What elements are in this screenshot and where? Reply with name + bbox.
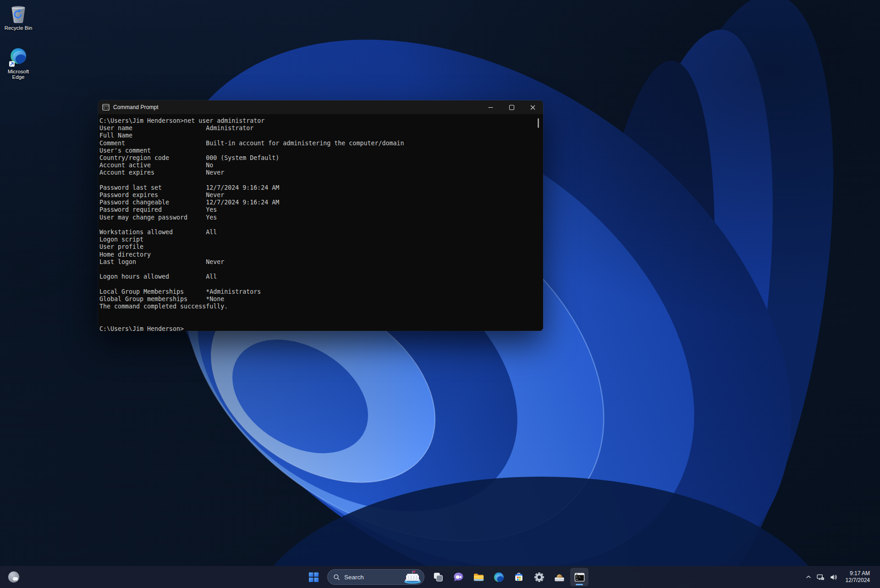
terminal-icon: C:\ xyxy=(574,572,585,583)
command-prompt-window: C:\ Command Prompt C:\Users\Jim Henderso… xyxy=(98,100,543,331)
desktop-icon-recycle-bin[interactable]: Recycle Bin xyxy=(1,4,36,31)
clock-date: 12/7/2024 xyxy=(846,577,870,584)
recycle-bin-icon xyxy=(1,4,36,24)
folder-icon xyxy=(473,572,484,583)
active-app-indicator xyxy=(576,584,583,585)
console-area[interactable]: C:\Users\Jim Henderson>net user administ… xyxy=(98,114,543,331)
task-view-icon xyxy=(433,572,444,583)
edge-icon xyxy=(493,572,505,583)
store-button[interactable] xyxy=(510,568,528,586)
file-explorer-button[interactable] xyxy=(469,568,488,586)
windows-logo-icon xyxy=(308,572,319,583)
taskbar: Search xyxy=(0,566,880,588)
desktop-icon-label: Microsoft Edge xyxy=(4,69,33,80)
clock[interactable]: 9:17 AM 12/7/2024 xyxy=(844,568,872,586)
gear-icon xyxy=(534,572,545,583)
svg-text:C:\: C:\ xyxy=(104,107,108,110)
edge-button[interactable] xyxy=(490,568,508,586)
minimize-icon xyxy=(488,105,493,110)
tools-button[interactable] xyxy=(550,568,568,586)
edge-icon xyxy=(1,47,36,67)
volume-button[interactable] xyxy=(827,568,840,586)
task-view-button[interactable] xyxy=(429,568,447,586)
shortcut-arrow-icon xyxy=(9,61,15,67)
console-output[interactable]: C:\Users\Jim Henderson>net user administ… xyxy=(98,114,543,331)
window-title: Command Prompt xyxy=(113,104,159,110)
start-button[interactable] xyxy=(304,568,323,586)
clock-time: 9:17 AM xyxy=(846,570,870,577)
minimize-button[interactable] xyxy=(480,100,501,114)
search-icon xyxy=(333,574,340,581)
tools-icon xyxy=(554,572,565,583)
maximize-icon xyxy=(509,105,514,110)
scrollbar-thumb[interactable] xyxy=(538,118,539,128)
tray-chevron-button[interactable] xyxy=(803,568,814,586)
search-highlight-image xyxy=(401,569,424,585)
desktop-icon-microsoft-edge[interactable]: Microsoft Edge xyxy=(1,47,36,80)
search-box[interactable]: Search xyxy=(327,569,424,585)
settings-button[interactable] xyxy=(530,568,548,586)
maximize-button[interactable] xyxy=(501,100,522,114)
desktop-icon-label: Recycle Bin xyxy=(4,25,33,31)
close-icon xyxy=(530,105,535,110)
window-titlebar[interactable]: C:\ Command Prompt xyxy=(98,100,543,114)
widgets-button[interactable] xyxy=(5,568,23,586)
cmd-icon: C:\ xyxy=(102,104,110,111)
volume-icon xyxy=(830,573,837,581)
chevron-up-icon xyxy=(805,574,812,580)
search-label: Search xyxy=(344,574,401,581)
network-button[interactable] xyxy=(814,568,827,586)
command-prompt-button[interactable]: C:\ xyxy=(570,568,588,586)
chat-icon xyxy=(453,572,464,583)
chat-button[interactable] xyxy=(449,568,468,586)
store-icon xyxy=(513,572,524,583)
svg-text:C:\: C:\ xyxy=(576,576,580,578)
weather-icon xyxy=(7,571,20,583)
close-button[interactable] xyxy=(522,100,543,114)
network-icon xyxy=(817,573,825,581)
